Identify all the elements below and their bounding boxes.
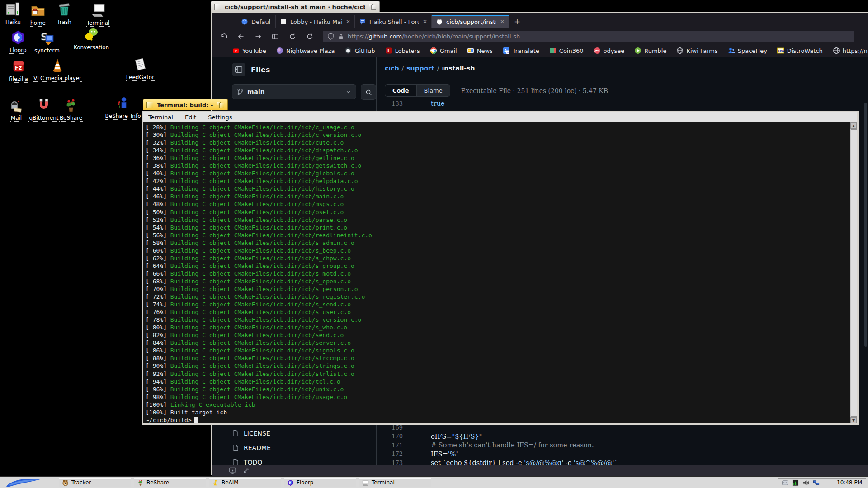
deskbar: TrackerBeShareBeAIMFloorpTerminal 10:48 … bbox=[0, 477, 868, 488]
line-number[interactable]: 171 bbox=[377, 442, 403, 449]
bookmark-odysee[interactable]: odysee bbox=[594, 47, 625, 54]
terminal-scrollbar[interactable]: ▲ ▼ bbox=[850, 122, 857, 423]
back-icon[interactable] bbox=[234, 31, 248, 42]
bookmark-rumble[interactable]: Rumble bbox=[634, 47, 666, 54]
terminal-line: [ 52%] Building C object CMakeFiles/icb.… bbox=[146, 216, 849, 224]
menu-settings[interactable]: Settings bbox=[208, 114, 232, 121]
desktop-icon-konversation[interactable]: Konversation bbox=[66, 26, 116, 51]
collapse-sidebar-button[interactable] bbox=[232, 63, 245, 76]
doc-icon bbox=[232, 444, 239, 451]
desktop-icon-terminal[interactable]: Terminal bbox=[73, 2, 123, 27]
breadcrumb-repo-link[interactable]: cicb bbox=[385, 65, 399, 72]
breadcrumb-dir-link[interactable]: support bbox=[406, 65, 434, 72]
desktop-icon-vlc-media-player[interactable]: VLC media player bbox=[33, 57, 82, 82]
terminal-title-tab[interactable]: Terminal: build: -- bbox=[143, 99, 228, 110]
menu-edit[interactable]: Edit bbox=[185, 114, 196, 121]
undo-icon bbox=[220, 33, 227, 40]
browser-title-tab[interactable]: cicb/support/install-sh at main · hoche/… bbox=[211, 1, 380, 12]
taskbar-button-beshare[interactable]: BeShare bbox=[134, 478, 206, 487]
tray-volume-icon[interactable] bbox=[802, 479, 809, 486]
taskbar-button-beaim[interactable]: BeAIM bbox=[209, 478, 281, 487]
taskbar-button-tracker[interactable]: Tracker bbox=[59, 478, 131, 487]
desktop-icon-beshare-info[interactable]: BeShare_Info bbox=[98, 95, 148, 120]
tab-blame[interactable]: Blame bbox=[417, 85, 450, 96]
bookmark-nightwave-plaza[interactable]: Nightwave Plaza bbox=[276, 47, 335, 54]
browser-tab[interactable]: Default bbox=[237, 15, 276, 28]
undo-icon[interactable] bbox=[217, 31, 231, 42]
terminal-cursor[interactable] bbox=[194, 417, 198, 423]
tab-code[interactable]: Code bbox=[385, 85, 417, 96]
tray-network-icon[interactable] bbox=[813, 479, 820, 486]
bookmark-youtube[interactable]: YouTube bbox=[232, 47, 266, 54]
scroll-up-arrow[interactable]: ▲ bbox=[850, 122, 857, 129]
code-token: 's@/@%@g' bbox=[524, 459, 563, 465]
terminal-line: [ 30%] Building C object CMakeFiles/icb.… bbox=[146, 131, 849, 139]
file-tree-item-license[interactable]: LICENSE bbox=[232, 426, 368, 441]
terminal-menu-bar: TerminalEditSettings bbox=[143, 112, 857, 122]
file-tree-item-readme[interactable]: README bbox=[232, 441, 368, 455]
reload-icon[interactable] bbox=[303, 31, 316, 42]
shield-icon[interactable] bbox=[327, 33, 334, 40]
branch-selector[interactable]: main bbox=[232, 84, 356, 99]
code-token: set `echo ${dstdir} | sed -e bbox=[431, 459, 524, 465]
terminal-progress: [ 38%] bbox=[146, 162, 170, 169]
window-zoom-button[interactable] bbox=[369, 4, 376, 10]
bookmark-label: Gmail bbox=[440, 47, 457, 54]
browser-tab[interactable]: cicb/support/install-sh at ma✕ bbox=[432, 15, 509, 28]
line-number[interactable]: 173 bbox=[377, 460, 403, 465]
bookmark-gmail[interactable]: Gmail bbox=[430, 47, 457, 54]
deskbar-leaf-icon[interactable] bbox=[3, 478, 43, 488]
line-number[interactable]: 169 bbox=[377, 424, 403, 431]
menu-terminal[interactable]: Terminal bbox=[148, 114, 173, 121]
terminal-message: Linking C executable icb bbox=[170, 401, 255, 408]
terminal-message: Building C object CMakeFiles/icb.dir/icb… bbox=[170, 232, 372, 239]
file-tree-item-todo[interactable]: TODO bbox=[232, 455, 368, 469]
tab-close-icon[interactable]: ✕ bbox=[499, 19, 505, 25]
scroll-down-arrow[interactable]: ▼ bbox=[850, 417, 857, 423]
desktop-icon-feedgator[interactable]: FeedGator bbox=[115, 56, 165, 81]
sync-icon[interactable] bbox=[286, 31, 299, 42]
beshare-info-icon bbox=[115, 96, 131, 111]
bookmark-lobsters[interactable]: LLobsters bbox=[385, 47, 420, 54]
deskbar-leaf-icon[interactable] bbox=[3, 478, 43, 488]
clock[interactable]: 10:48 PM bbox=[837, 479, 862, 486]
browser-tab[interactable]: Haiku Shell - Forum✕ bbox=[355, 15, 432, 28]
window-close-button[interactable] bbox=[146, 102, 153, 108]
bookmark-coin360[interactable]: Coin360 bbox=[549, 47, 584, 54]
desktop-icon-beshare[interactable]: BeShare bbox=[46, 97, 96, 122]
sync-icon bbox=[289, 33, 296, 40]
bookmark-https-nightfall-city-[interactable]: https://nightfall.city/ bbox=[833, 47, 868, 54]
gmail-icon bbox=[430, 47, 437, 54]
window-zoom-button[interactable] bbox=[217, 102, 224, 108]
taskbar-button-label: BeShare bbox=[146, 479, 169, 486]
tab-close-icon[interactable]: ✕ bbox=[422, 19, 427, 25]
terminal-progress: [ 64%] bbox=[146, 263, 170, 269]
taskbar-button-terminal[interactable]: Terminal bbox=[359, 478, 431, 487]
tab-close-icon[interactable]: ✕ bbox=[345, 19, 350, 25]
browser-tab[interactable]: Lobby - Haiku Mail✕ bbox=[276, 15, 355, 28]
window-close-button[interactable] bbox=[214, 4, 221, 10]
bookmark-github[interactable]: GitHub bbox=[344, 47, 375, 54]
line-number[interactable]: 172 bbox=[377, 450, 403, 457]
file-search-button[interactable] bbox=[361, 84, 376, 100]
tray-process-icon[interactable] bbox=[792, 479, 799, 486]
lock-icon[interactable] bbox=[338, 33, 344, 40]
code-token: oIFS= bbox=[431, 433, 452, 440]
bookmark-kiwi-farms[interactable]: Kiwi Farms bbox=[676, 47, 717, 54]
new-tab-button[interactable]: + bbox=[509, 15, 526, 28]
tray-badge-icon[interactable] bbox=[782, 479, 788, 486]
forward-icon[interactable] bbox=[251, 31, 265, 42]
bookmark-spacehey[interactable]: SpaceHey bbox=[728, 47, 767, 54]
bookmark-news[interactable]: News bbox=[467, 47, 493, 54]
chevron-down-icon bbox=[345, 89, 351, 95]
taskbar-button-floorp[interactable]: Floorp bbox=[284, 478, 356, 487]
terminal-window: Terminal: build: -- TerminalEditSettings… bbox=[142, 99, 859, 425]
bookmark-translate[interactable]: AaTranslate bbox=[503, 47, 539, 54]
url-bar[interactable]: https://github.com/hoche/cicb/blob/main/… bbox=[323, 31, 854, 42]
desktop-icon-syncterm[interactable]: Ssyncterm bbox=[22, 29, 72, 54]
line-number[interactable]: 170 bbox=[377, 433, 403, 440]
page-scrollbar[interactable] bbox=[864, 103, 867, 347]
bookmark-distrowatch[interactable]: DWDistroWatch bbox=[777, 47, 823, 54]
sidebar-icon[interactable] bbox=[269, 31, 282, 42]
scroll-thumb[interactable] bbox=[851, 129, 857, 417]
